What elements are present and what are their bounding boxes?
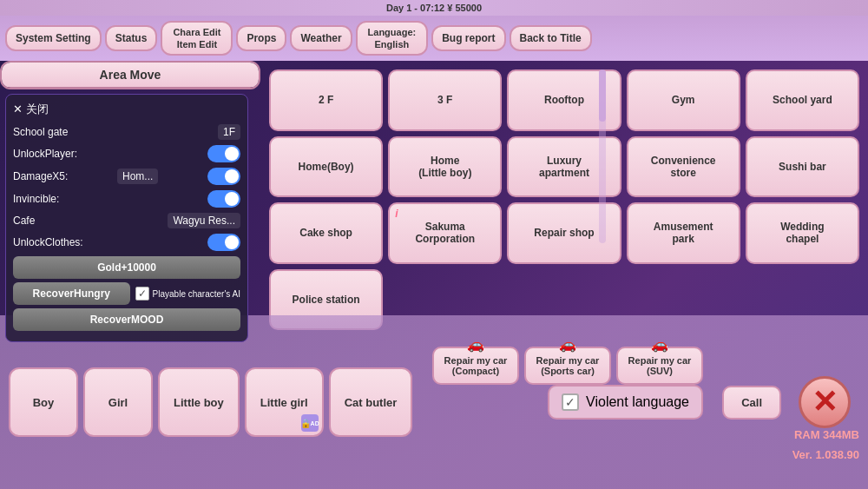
loc-3f[interactable]: 3 F (388, 69, 502, 131)
cafe-label: Cafe (13, 215, 35, 227)
loc-home-little-boy[interactable]: Home(Little boy) (388, 136, 502, 198)
invincible-row: Invincible: (13, 190, 240, 208)
weather-button[interactable]: Weather (290, 25, 352, 51)
school-gate-label: School gate (13, 126, 68, 138)
damage-row: DamageX5: Hom... (13, 168, 240, 185)
loc-2f[interactable]: 2 F (269, 69, 383, 131)
chara-edit-button[interactable]: Chara EditItem Edit (161, 21, 233, 56)
unlock-player-row: UnlockPlayer: (13, 145, 240, 162)
recover-mood-button[interactable]: RecoverMOOD (13, 308, 240, 331)
props-button[interactable]: Props (236, 25, 286, 51)
scroll-thumb (599, 69, 606, 122)
location-grid: 2 F 3 F Rooftop Gym School yard Home(Boy… (260, 61, 868, 339)
back-to-title-button[interactable]: Back to Title (510, 25, 592, 51)
invincible-toggle[interactable] (207, 190, 240, 208)
recover-hungry-button[interactable]: RecoverHungry (13, 282, 130, 305)
gold-button[interactable]: Gold+10000 (13, 256, 240, 279)
loc-cake-shop[interactable]: Cake shop (269, 202, 383, 264)
unlock-player-label: UnlockPlayer: (13, 148, 77, 160)
loc-home-boy[interactable]: Home(Boy) (269, 136, 383, 198)
violent-language-row: ✓ Violent language (548, 385, 703, 420)
violent-language-label: Violent language (586, 394, 689, 410)
ram-info: RAM 344MB (794, 428, 859, 441)
top-bar: Day 1 - 07:12 ¥ 55000 (0, 0, 868, 16)
loc-amusement-park[interactable]: Amusementpark (627, 202, 740, 264)
invincible-label: Invincible: (13, 193, 59, 205)
unlock-clothes-toggle[interactable] (207, 234, 240, 251)
repair-buttons-row: 🚗 Repair my car(Compact) 🚗 Repair my car… (432, 347, 703, 385)
ver-info: Ver. 1.038.90 (792, 448, 859, 461)
little-girl-lock-icon: 🔒AD (301, 414, 319, 432)
char-cat-butler[interactable]: Cat butler (329, 367, 413, 437)
char-little-boy[interactable]: Little boy (158, 367, 240, 437)
scroll-indicator[interactable] (599, 69, 606, 243)
language-button[interactable]: Language:English (356, 21, 429, 56)
loc-school-yard[interactable]: School yard (746, 69, 859, 131)
loc-convenience-store[interactable]: Conveniencestore (627, 136, 740, 198)
close-x-button[interactable]: ✕ (799, 376, 851, 428)
school-gate-value: 1F (218, 124, 240, 140)
violent-language-checkbox[interactable]: ✓ (562, 393, 579, 411)
system-setting-button[interactable]: System Setting (5, 25, 102, 51)
char-boy[interactable]: Boy (9, 367, 78, 437)
loc-sakuma[interactable]: i SakumaCorporation (388, 202, 502, 264)
unlock-clothes-label: UnlockClothes: (13, 236, 83, 248)
char-girl[interactable]: Girl (83, 367, 153, 437)
area-panel-title: Area Move (2, 63, 259, 88)
day-info: Day 1 - 07:12 ¥ 55000 (386, 3, 482, 13)
loc-sushi-bar[interactable]: Sushi bar (746, 136, 859, 198)
call-button[interactable]: Call (722, 386, 781, 420)
ai-check-label: Playable character's AI (153, 289, 240, 299)
damage-value: Hom... (117, 169, 158, 184)
unlock-player-toggle[interactable] (207, 145, 240, 162)
settings-close-btn[interactable]: ✕ 关闭 (13, 102, 240, 117)
settings-panel: ✕ 关闭 School gate 1F UnlockPlayer: Damage… (5, 94, 248, 342)
loc-wedding-chapel[interactable]: Weddingchapel (746, 202, 859, 264)
char-little-girl[interactable]: Little girl 🔒AD (245, 367, 324, 437)
call-area: Call (722, 386, 781, 420)
restaurant-row: Cafe Wagyu Res... (13, 213, 240, 228)
bug-report-button[interactable]: Bug report (431, 25, 505, 51)
damage-label: DamageX5: (13, 170, 68, 182)
restaurant-value: Wagyu Res... (168, 213, 240, 228)
nav-row: System Setting Status Chara EditItem Edi… (0, 16, 868, 61)
loc-gym[interactable]: Gym (627, 69, 740, 131)
close-button-area: ✕ (799, 376, 851, 428)
status-button[interactable]: Status (105, 25, 158, 51)
unlock-clothes-row: UnlockClothes: (13, 234, 240, 251)
school-gate-row: School gate 1F (13, 124, 240, 140)
area-panel: Area Move (0, 61, 260, 89)
damage-toggle[interactable] (207, 168, 240, 185)
